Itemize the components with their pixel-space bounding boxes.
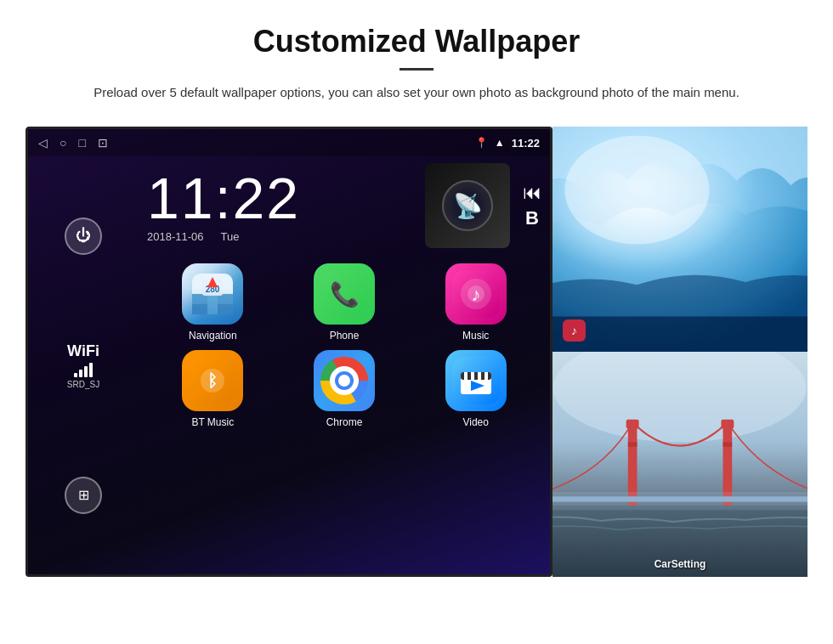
- app-chrome[interactable]: Chrome: [283, 350, 406, 428]
- page-title: Customized Wallpaper: [68, 24, 765, 59]
- grid-icon: ⊞: [78, 487, 89, 503]
- header-divider: [400, 68, 434, 71]
- wifi-bar-2: [79, 370, 82, 377]
- clock-day-value: Tue: [221, 230, 240, 243]
- svg-rect-31: [552, 316, 808, 352]
- left-sidebar: ⏻ WiFi SRD_SJ ⊞: [28, 156, 139, 574]
- location-icon: 📍: [475, 137, 488, 149]
- navigation-label: Navigation: [189, 330, 237, 342]
- status-bar: ◁ ○ □ ⊡ 📍 ▲ 11:22: [28, 129, 550, 156]
- wifi-bar-3: [84, 366, 88, 377]
- wifi-bars: [67, 363, 99, 377]
- signal-icon: 📡: [453, 192, 483, 220]
- next-track-icon[interactable]: B: [525, 207, 539, 229]
- nav-buttons: ◁ ○ □ ⊡: [38, 136, 108, 150]
- bt-music-icon: ᛒ: [182, 350, 243, 411]
- back-icon[interactable]: ◁: [38, 136, 48, 150]
- wallpaper-ice[interactable]: ♪: [552, 127, 808, 352]
- clock-time: 11:22: [147, 169, 412, 227]
- video-label: Video: [462, 416, 488, 428]
- app-phone[interactable]: 📞 Phone: [283, 263, 406, 342]
- svg-text:📞: 📞: [329, 280, 359, 308]
- app-music[interactable]: ♪ Music: [414, 263, 537, 342]
- page-header: Customized Wallpaper Preload over 5 defa…: [0, 0, 833, 118]
- music-overlay-card: ♪: [563, 319, 586, 342]
- music-overlay-icon: ♪: [571, 324, 577, 337]
- navigation-icon: 280: [182, 263, 243, 325]
- svg-rect-26: [484, 372, 488, 380]
- app-navigation[interactable]: 280 Navigation: [151, 263, 275, 342]
- power-icon: ⏻: [76, 227, 91, 245]
- status-time: 11:22: [512, 137, 540, 150]
- svg-rect-40: [723, 442, 733, 446]
- music-widget[interactable]: 📡: [425, 163, 510, 248]
- power-button[interactable]: ⏻: [65, 217, 102, 255]
- music-icon: ♪: [445, 263, 507, 325]
- video-icon: [445, 350, 507, 411]
- wifi-indicator: WiFi SRD_SJ: [67, 342, 99, 389]
- main-content: ◁ ○ □ ⊡ 📍 ▲ 11:22 ⏻ WiFi: [0, 118, 833, 577]
- wifi-signal-icon: ▲: [495, 137, 505, 149]
- clock-music-row: 11:22 2018-11-06 Tue 📡 ⏮ B: [139, 156, 550, 255]
- recents-icon[interactable]: □: [78, 136, 85, 150]
- wallpaper-panel: ♪: [552, 127, 808, 577]
- clock-box: 11:22 2018-11-06 Tue: [147, 169, 412, 243]
- svg-rect-24: [471, 372, 474, 380]
- phone-label: Phone: [330, 330, 360, 342]
- svg-rect-2: [192, 304, 233, 314]
- apps-grid-button[interactable]: ⊞: [65, 477, 102, 514]
- home-icon[interactable]: ○: [60, 136, 66, 150]
- svg-point-30: [564, 136, 709, 245]
- phone-icon: 📞: [314, 263, 375, 325]
- svg-rect-23: [464, 372, 468, 380]
- wallpaper-bridge[interactable]: CarSetting: [552, 352, 808, 577]
- header-description: Preload over 5 default wallpaper options…: [68, 82, 765, 103]
- clock-date: 2018-11-06 Tue: [147, 230, 412, 243]
- wifi-bar-1: [74, 373, 77, 377]
- carsetting-label: CarSetting: [654, 558, 706, 570]
- clock-date-value: 2018-11-06: [147, 230, 204, 243]
- android-screen: ◁ ○ □ ⊡ 📍 ▲ 11:22 ⏻ WiFi: [26, 127, 552, 577]
- main-area: 11:22 2018-11-06 Tue 📡 ⏮ B: [139, 156, 550, 574]
- svg-point-19: [338, 375, 350, 387]
- prev-track-icon[interactable]: ⏮: [523, 182, 541, 204]
- wifi-ssid: SRD_SJ: [67, 380, 99, 389]
- chrome-label: Chrome: [326, 416, 363, 428]
- svg-rect-42: [552, 492, 808, 510]
- chrome-icon: [314, 350, 375, 411]
- svg-text:ᛒ: ᛒ: [207, 371, 218, 390]
- svg-text:♪: ♪: [471, 284, 480, 305]
- app-bt-music[interactable]: ᛒ BT Music: [151, 350, 275, 428]
- app-video[interactable]: Video: [414, 350, 537, 428]
- wifi-label: WiFi: [67, 342, 99, 360]
- music-controls: ⏮ B: [523, 182, 541, 229]
- svg-rect-25: [478, 372, 481, 380]
- status-indicators: 📍 ▲ 11:22: [475, 137, 540, 150]
- music-widget-icon: 📡: [442, 180, 493, 231]
- bt-music-label: BT Music: [191, 416, 234, 428]
- wifi-bar-4: [89, 363, 93, 377]
- music-label: Music: [462, 330, 489, 342]
- app-grid: 280 Navigation: [139, 255, 550, 437]
- screenshot-icon[interactable]: ⊡: [98, 136, 108, 150]
- svg-rect-39: [628, 442, 638, 446]
- svg-rect-1: [192, 294, 233, 314]
- svg-rect-3: [207, 294, 218, 314]
